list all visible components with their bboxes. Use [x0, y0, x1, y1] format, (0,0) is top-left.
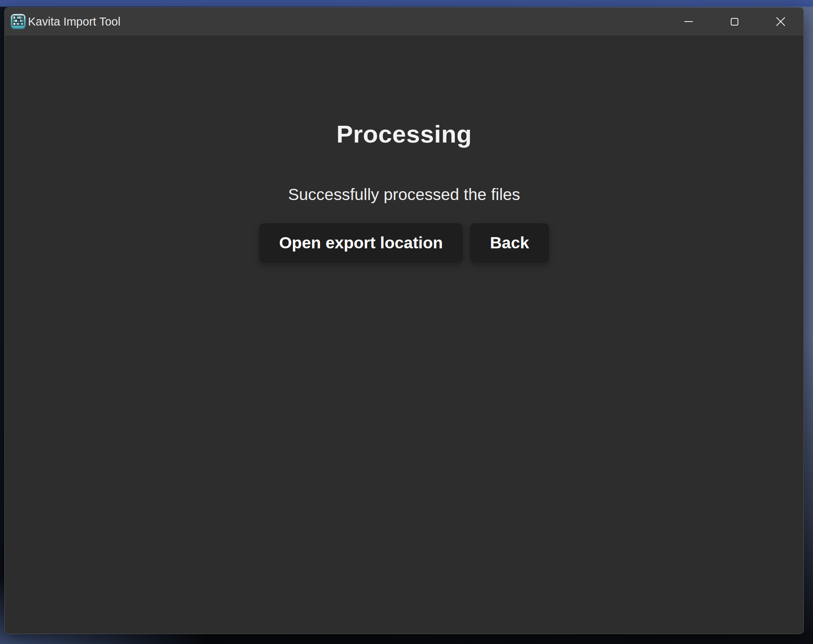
minimize-button[interactable] [666, 8, 712, 36]
page-title: Processing [336, 122, 472, 147]
action-buttons-row: Open export location Back [259, 223, 549, 263]
app-icon [11, 14, 26, 29]
open-export-location-button[interactable]: Open export location [259, 223, 463, 263]
status-message: Successfully processed the files [288, 185, 520, 204]
caption-buttons [666, 8, 803, 36]
desktop-wallpaper: Kavita Import Tool Processing Successf [0, 0, 813, 644]
window-title: Kavita Import Tool [28, 15, 121, 28]
minimize-icon [684, 21, 693, 22]
close-button[interactable] [757, 8, 803, 36]
maximize-button[interactable] [712, 8, 757, 36]
titlebar[interactable]: Kavita Import Tool [5, 8, 803, 36]
close-icon [776, 17, 785, 26]
maximize-icon [731, 18, 738, 26]
main-content: Processing Successfully processed the fi… [5, 36, 803, 634]
back-button[interactable]: Back [470, 223, 549, 263]
app-window: Kavita Import Tool Processing Successf [4, 7, 804, 634]
